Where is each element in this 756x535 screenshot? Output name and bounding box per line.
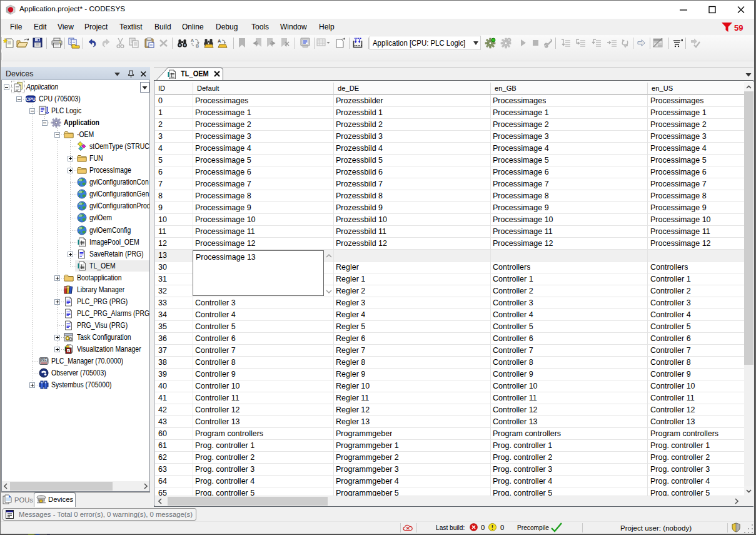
- svg-text:PLC: PLC: [41, 359, 47, 362]
- svg-text:A: A: [191, 38, 194, 43]
- svg-text:B: B: [196, 44, 199, 48]
- svg-text:A: A: [218, 38, 221, 44]
- svg-text:CPU: CPU: [26, 96, 36, 102]
